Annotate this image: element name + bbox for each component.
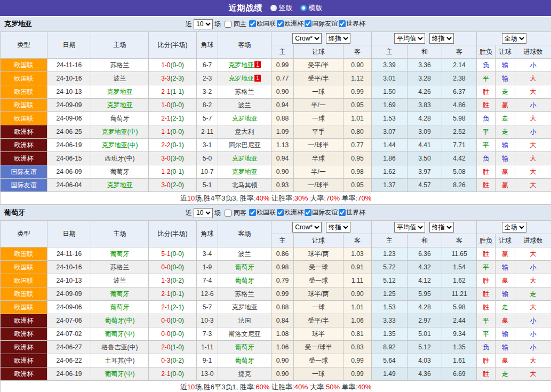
layout-horizontal-option[interactable]: 横版 — [300, 3, 323, 13]
home-team-name: 葡萄牙 — [110, 303, 130, 311]
corners-cell: 7-4 — [197, 274, 218, 287]
league-filter-option[interactable]: 欧洲杯 — [276, 208, 304, 217]
fulltime-score: 1-1 — [161, 128, 170, 135]
corners-cell: 2-11 — [197, 125, 218, 139]
avg-home-odds-cell: 8.92 — [372, 341, 408, 354]
match-count-select[interactable]: 10 — [194, 208, 213, 218]
home-team-name: 格鲁吉亚(中) — [102, 343, 138, 351]
europe-odds-time-select[interactable]: 终指 — [429, 33, 454, 44]
handicap-cell: 受平/半 — [294, 72, 344, 85]
league-checkbox[interactable] — [277, 209, 284, 216]
fulltime-score: 0-3 — [161, 357, 170, 364]
crow-home-odds-cell: 0.99 — [271, 59, 294, 72]
league-checkbox[interactable] — [305, 209, 312, 216]
handicap-cell: 一/球半 — [294, 139, 344, 152]
europe-odds-time-select[interactable]: 终指 — [429, 222, 454, 233]
avg-away-odds-cell: 1.62 — [442, 274, 477, 287]
crow-away-odds-cell: 0.83 — [344, 341, 372, 354]
same-venue-checkbox[interactable] — [225, 21, 231, 28]
match-row: 欧国联24-09-06葡萄牙2-1(2-1)5-7克罗地亚0.88一球1.011… — [1, 112, 551, 125]
corners-cell: 1-11 — [197, 341, 218, 354]
match-type-cell: 欧国联 — [1, 301, 47, 314]
summary-segment: 单率: — [340, 383, 357, 391]
away-team-cell: 波兰 — [218, 247, 271, 261]
league-filter-option[interactable]: 欧国联 — [248, 208, 276, 217]
league-filter-option[interactable]: 世界杯 — [338, 19, 365, 28]
europe-avg-select[interactable]: 平均值 — [394, 222, 425, 233]
crow-away-odds-cell: 1.03 — [344, 247, 372, 261]
league-filter-option[interactable]: 国际友谊 — [304, 19, 338, 28]
red-card-badge: 1 — [254, 75, 261, 82]
league-filter-option[interactable]: 欧洲杯 — [276, 19, 304, 28]
league-filter-option[interactable]: 世界杯 — [338, 208, 365, 217]
same-venue-checkbox[interactable] — [225, 210, 231, 217]
crow-away-odds-cell: 0.77 — [344, 139, 372, 152]
league-label: 欧洲杯 — [284, 19, 304, 28]
league-checkbox[interactable] — [277, 20, 284, 27]
match-row: 欧国联24-09-06葡萄牙2-1(2-1)5-7克罗地亚0.88一球1.011… — [1, 301, 551, 314]
match-period-select[interactable]: 全场 — [502, 33, 526, 44]
away-team-name: 葡萄牙 — [235, 277, 254, 284]
home-team-cell: 克罗地亚 — [91, 179, 149, 192]
goals-result-cell: 大 — [515, 112, 551, 125]
col-avg-home: 主 — [372, 234, 408, 247]
col-score: 比分(半场) — [149, 32, 197, 59]
crow-home-odds-cell: 0.94 — [271, 152, 294, 165]
league-checkbox[interactable] — [339, 209, 346, 216]
match-count-select[interactable]: 10 — [194, 19, 213, 29]
crow-home-odds-cell: 0.88 — [271, 112, 294, 125]
handicap-cell: 受一球 — [294, 261, 344, 274]
match-date-cell: 24-06-04 — [47, 179, 91, 192]
result-cell: 胜 — [477, 301, 496, 314]
crow-odds-time-select[interactable]: 终指 — [326, 222, 350, 233]
layout-vertical-option[interactable]: 竖版 — [270, 3, 293, 13]
league-label: 国际友谊 — [312, 19, 338, 28]
summary-text: 近10场,胜6平3负1, 胜率:60% 让胜率:40% 大率:50% 单率:40… — [1, 381, 551, 392]
league-checkbox[interactable] — [305, 20, 312, 27]
match-period-select[interactable]: 全场 — [502, 222, 526, 233]
away-team-cell: 波兰 — [218, 99, 271, 112]
summary-row: 近10场,胜4平3负3, 胜率:40% 让胜率:30% 大率:70% 单率:70… — [1, 192, 551, 205]
summary-text: 近10场,胜4平3负3, 胜率:40% 让胜率:30% 大率:70% 单率:70… — [1, 192, 551, 205]
league-checkbox[interactable] — [339, 20, 346, 27]
bookmaker-select[interactable]: Crow* — [292, 33, 322, 44]
bookmaker-select[interactable]: Crow* — [292, 222, 322, 233]
match-date-cell: 24-09-09 — [47, 287, 91, 301]
crow-away-odds-cell: 0.91 — [344, 261, 372, 274]
home-team-cell: 葡萄牙 — [91, 301, 149, 314]
fulltime-score: 1-0 — [161, 101, 170, 109]
col-crow-home: 主 — [271, 45, 294, 59]
europe-avg-select[interactable]: 平均值 — [394, 33, 425, 44]
home-team-name: 西班牙(中) — [105, 155, 135, 162]
col-date: 日期 — [47, 221, 91, 247]
handicap-cell: 受一球 — [294, 354, 344, 367]
home-team-name: 葡萄牙(中) — [105, 370, 135, 378]
halftime-score: (0-0) — [171, 101, 184, 109]
recent-results-page: 近期战绩 竖版 横版 克罗地亚 近 10 场 同主 欧国联欧洲杯国际友谊世界杯 — [0, 0, 551, 392]
matches-table: 类型 日期 主场 比分(半场) 角球 客场 Crow* 终指 平均值 终指 — [0, 220, 551, 392]
score-cell: 2-2(0-1) — [149, 139, 197, 152]
col-avg-away: 客 — [442, 45, 477, 59]
league-filter-option[interactable]: 欧国联 — [248, 19, 276, 28]
match-row: 欧国联24-11-16苏格兰1-0(0-0)6-7克罗地亚10.99受平/半0.… — [1, 59, 551, 72]
summary-percent: 10 — [187, 383, 195, 391]
filter-bar: 近 10 场 同主 欧国联欧洲杯国际友谊世界杯 — [0, 19, 551, 29]
league-checkbox[interactable] — [249, 20, 256, 27]
match-type-cell: 欧国联 — [1, 274, 47, 287]
score-cell: 0-0(0-0) — [149, 327, 197, 341]
score-cell: 3-0(3-0) — [149, 152, 197, 165]
match-type-cell: 欧洲杯 — [1, 327, 47, 341]
result-cell: 胜 — [477, 99, 496, 112]
league-checkbox[interactable] — [249, 209, 256, 216]
crow-away-odds-cell: 0.99 — [344, 354, 372, 367]
home-team-name: 克罗地亚 — [107, 88, 133, 95]
match-row: 欧国联24-10-16波兰3-3(2-3)2-3克罗地亚10.77受平/半1.1… — [1, 72, 551, 85]
match-date-cell: 24-07-06 — [47, 314, 91, 327]
handicap-result-cell: 赢 — [496, 179, 515, 192]
crow-home-odds-cell: 0.84 — [271, 314, 294, 327]
col-result: 胜负 — [477, 45, 496, 59]
handicap-cell: 半/一 — [294, 165, 344, 179]
crow-odds-time-select[interactable]: 终指 — [326, 33, 350, 44]
avg-home-odds-cell: 3.33 — [372, 314, 408, 327]
league-filter-option[interactable]: 国际友谊 — [304, 208, 338, 217]
